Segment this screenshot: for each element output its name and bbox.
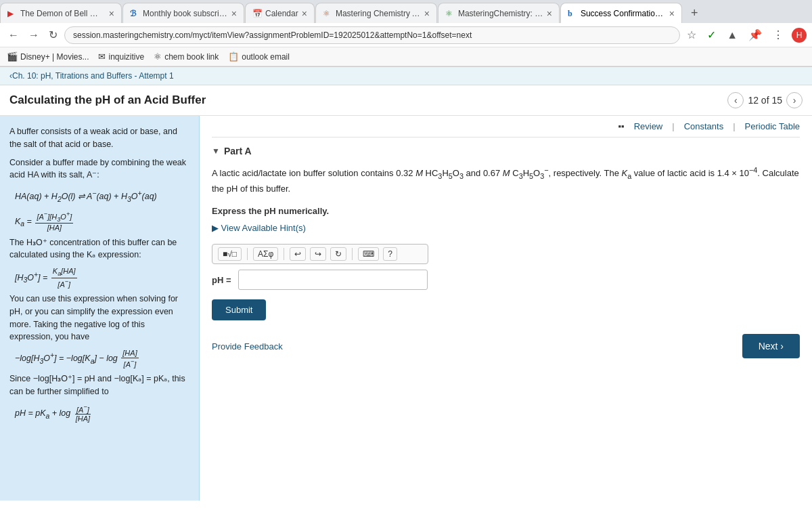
tab-success[interactable]: b Success Confirmation of C... × bbox=[560, 3, 682, 23]
periodic-table-link[interactable]: Periodic Table bbox=[745, 121, 800, 131]
tab-close-calendar[interactable]: × bbox=[302, 8, 307, 19]
tab-title-mc-ch: MasteringChemistry: Ch. 1... bbox=[458, 9, 543, 18]
page-content: ‹Ch. 10: pH, Titrations and Buffers - At… bbox=[0, 67, 812, 508]
prev-page-button[interactable]: ‹ bbox=[727, 92, 744, 108]
ph-input[interactable] bbox=[238, 270, 428, 290]
bookmark-disney-label: Disney+ | Movies... bbox=[20, 52, 89, 62]
sidebar-henderson: pH = pKa + log [A−] [HA] bbox=[15, 404, 189, 424]
tab-calendar[interactable]: 📅 Calendar × bbox=[245, 3, 315, 23]
toolbar-separator2 bbox=[284, 248, 284, 260]
tab-mc-assign[interactable]: ⚛ Mastering Chemistry Assig... × bbox=[315, 3, 437, 23]
tab-title-demon: The Demon of Bell Witch C... bbox=[20, 9, 106, 18]
keyboard-button[interactable]: ⌨ bbox=[358, 247, 379, 261]
inquizitive-icon: ✉ bbox=[98, 51, 106, 62]
bottom-bar: Provide Feedback Next › bbox=[212, 334, 800, 358]
sidebar: A buffer consists of a weak acid or base… bbox=[0, 116, 200, 501]
sidebar-neglog: −log[H3O+] = −log[Ka] − log [HA] [A−] bbox=[15, 349, 189, 369]
address-bar[interactable] bbox=[64, 26, 680, 44]
sidebar-eq1: HA(aq) + H2O(l) ⇌ A−(aq) + H3O+(aq) bbox=[15, 187, 189, 207]
breadcrumb: ‹Ch. 10: pH, Titrations and Buffers - At… bbox=[0, 67, 812, 85]
resources-bar: ▪▪ Review | Constants | Periodic Table bbox=[212, 116, 800, 137]
bookmark-disney[interactable]: 🎬 Disney+ | Movies... bbox=[7, 51, 89, 62]
sidebar-para4: You can use this expression when solving… bbox=[9, 293, 189, 343]
tab-demon[interactable]: ▶ The Demon of Bell Witch C... × bbox=[0, 3, 122, 23]
submit-button[interactable]: Submit bbox=[212, 299, 266, 320]
refresh-answer-button[interactable]: ↻ bbox=[330, 247, 346, 261]
browser-chrome: ▶ The Demon of Bell Witch C... × ℬ Month… bbox=[0, 0, 812, 67]
tab-icon-demon: ▶ bbox=[7, 9, 17, 18]
problem-header: Calculating the pH of an Acid Buffer ‹ 1… bbox=[0, 85, 812, 116]
part-a-text: Part A bbox=[224, 146, 252, 156]
ph-input-row: pH = bbox=[212, 270, 800, 290]
bookmark-star-button[interactable]: ☆ bbox=[684, 27, 699, 43]
instruction: Express the pH numerically. bbox=[212, 206, 800, 216]
tab-title-mc-assign: Mastering Chemistry Assig... bbox=[336, 9, 421, 18]
next-button[interactable]: Next › bbox=[742, 334, 800, 358]
sidebar-para3: The H₃O⁺ concentration of this buffer ca… bbox=[9, 236, 189, 262]
tab-title-calendar: Calendar bbox=[265, 9, 298, 18]
tab-close-book[interactable]: × bbox=[231, 8, 237, 19]
tab-title-success: Success Confirmation of C... bbox=[581, 9, 666, 18]
part-a-toggle[interactable]: ▼ bbox=[212, 146, 220, 156]
symbol-toolbar-button[interactable]: AΣφ bbox=[253, 247, 278, 261]
feedback-link[interactable]: Provide Feedback bbox=[212, 341, 283, 352]
tab-icon-book: ℬ bbox=[130, 9, 139, 18]
tab-close-demon[interactable]: × bbox=[109, 8, 114, 19]
main-layout: A buffer consists of a weak acid or base… bbox=[0, 116, 812, 501]
page-title: Calculating the pH of an Acid Buffer bbox=[9, 93, 206, 107]
tab-close-mc-assign[interactable]: × bbox=[424, 8, 430, 19]
sidebar-h3o: [H3O+] = Ka[HA] [A−] bbox=[15, 267, 189, 289]
redo-button[interactable]: ↪ bbox=[310, 247, 326, 261]
menu-button[interactable]: ⋮ bbox=[770, 27, 786, 43]
sidebar-para2: Consider a buffer made by combining the … bbox=[9, 156, 189, 182]
disney-icon: 🎬 bbox=[7, 51, 18, 62]
answer-toolbar: ■√□ AΣφ ↩ ↪ ↻ ⌨ ? bbox=[212, 244, 428, 264]
sep2: | bbox=[733, 121, 735, 131]
tab-mc-ch[interactable]: ⚛ MasteringChemistry: Ch. 1... × bbox=[438, 3, 560, 23]
tab-bar: ▶ The Demon of Bell Witch C... × ℬ Month… bbox=[0, 0, 812, 23]
outlook-icon: 📋 bbox=[228, 51, 239, 62]
toolbar-separator bbox=[247, 248, 248, 260]
bookmark-chem-label: chem book link bbox=[164, 52, 219, 62]
math-toolbar-button[interactable]: ■√□ bbox=[218, 247, 242, 261]
back-button[interactable]: ← bbox=[5, 26, 22, 44]
tab-close-mc-ch[interactable]: × bbox=[547, 8, 552, 19]
bookmark-inquizitive-label: inquizitive bbox=[108, 52, 144, 62]
help-button[interactable]: ? bbox=[383, 247, 397, 261]
bookmark-outlook[interactable]: 📋 outlook email bbox=[228, 51, 290, 62]
sidebar-ka: Ka = [A−][H3O+] [HA] bbox=[15, 211, 189, 233]
constants-link[interactable]: Constants bbox=[684, 121, 724, 131]
bookmarks-bar: 🎬 Disney+ | Movies... ✉ inquizitive ⚛ ch… bbox=[0, 47, 812, 66]
new-tab-button[interactable]: + bbox=[685, 3, 704, 23]
breadcrumb-link[interactable]: ‹Ch. 10: pH, Titrations and Buffers - At… bbox=[9, 71, 174, 81]
tab-icon-calendar: 📅 bbox=[252, 9, 262, 18]
user-button[interactable]: H bbox=[792, 28, 807, 43]
bookmark-chem[interactable]: ⚛ chem book link bbox=[154, 51, 219, 62]
nav-icons: ☆ ✓ ▲ 📌 ⋮ H bbox=[684, 27, 807, 43]
sidebar-para5: Since −log[H₃O⁺] = pH and −log[Kₐ] = pKₐ… bbox=[9, 373, 189, 398]
forward-button[interactable]: → bbox=[26, 26, 42, 44]
extension-check-button[interactable]: ✓ bbox=[704, 27, 719, 43]
part-a-label: ▼ Part A bbox=[212, 146, 800, 156]
nav-bar: ← → ↻ ☆ ✓ ▲ 📌 ⋮ H bbox=[0, 23, 812, 47]
hint-toggle[interactable]: ▶ View Available Hint(s) bbox=[212, 223, 800, 233]
sep1: | bbox=[672, 121, 674, 131]
sidebar-para1: A buffer consists of a weak acid or base… bbox=[9, 125, 189, 151]
extension-pin-button[interactable]: 📌 bbox=[746, 27, 765, 43]
tab-title-book: Monthly book subscription... bbox=[143, 9, 228, 18]
next-page-button[interactable]: › bbox=[786, 92, 803, 108]
tab-close-success[interactable]: × bbox=[669, 8, 675, 19]
extension-arrow-button[interactable]: ▲ bbox=[724, 28, 740, 43]
bookmark-outlook-label: outlook email bbox=[242, 52, 290, 62]
page-number: 12 of 15 bbox=[748, 95, 782, 106]
review-link[interactable]: Review bbox=[634, 121, 663, 131]
tab-icon-mc-ch: ⚛ bbox=[445, 9, 455, 18]
toolbar-separator3 bbox=[352, 248, 353, 260]
tab-icon-mc-assign: ⚛ bbox=[323, 9, 332, 18]
chem-icon: ⚛ bbox=[154, 51, 162, 62]
bookmark-inquizitive[interactable]: ✉ inquizitive bbox=[98, 51, 144, 62]
tab-icon-success: b bbox=[568, 9, 577, 18]
refresh-button[interactable]: ↻ bbox=[46, 26, 60, 44]
tab-book[interactable]: ℬ Monthly book subscription... × bbox=[122, 3, 244, 23]
undo-button[interactable]: ↩ bbox=[290, 247, 306, 261]
